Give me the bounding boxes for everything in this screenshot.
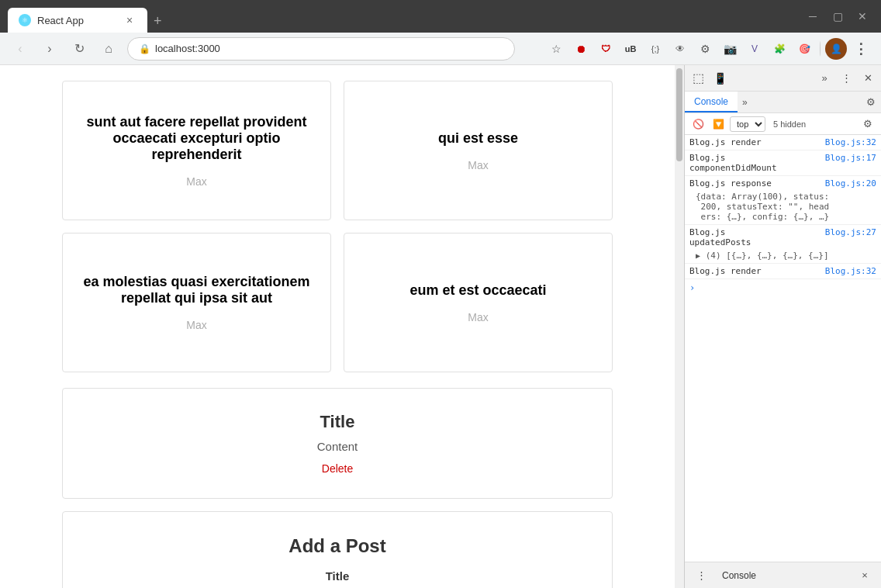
star-icon[interactable]: ☆ [545,38,567,60]
url-text: localhost:3000 [155,43,220,54]
devtools-footer: ⋮ Console × [685,562,881,588]
add-post-card: Add a Post Title [62,511,613,588]
console-tab-label: Console [694,96,728,107]
delete-button[interactable]: Delete [322,462,353,475]
console-entry-1: Blog.jscomponentDidMount Blog.js:17 [685,150,881,176]
devtools-tabs: Console » ⚙ [685,92,881,113]
console-entry-3: Blog.jsupdatedPosts Blog.js:27 ▶ (4) [{…… [685,225,881,264]
prompt-arrow: › [689,282,695,293]
post-title-0: sunt aut facere repellat provident occae… [78,114,315,163]
console-gear-button[interactable]: ⚙ [859,116,876,133]
hidden-count: 5 hidden [769,119,810,129]
devtools-settings-button[interactable]: ⚙ [861,92,881,112]
post-title-3: eum et est occaecati [409,282,546,299]
context-select[interactable]: top [730,116,765,132]
forward-button[interactable]: › [39,38,60,60]
browser-tab-bar: ⚛ React App × + ─ ▢ ✕ [0,0,881,33]
post-card-0[interactable]: sunt aut facere repellat provident occae… [62,81,331,220]
tab-close-button[interactable]: × [123,13,136,27]
tab-title: React App [37,15,116,26]
profile-avatar[interactable]: 👤 [825,38,847,60]
console-entry-4: Blog.js render Blog.js:32 [685,264,881,279]
url-bar[interactable]: 🔒 localhost:3000 [127,37,515,61]
filter-button[interactable]: 🔽 [710,116,727,133]
devtools-inspect-button[interactable]: ⬚ [688,68,708,88]
main-area: sunt aut facere repellat provident occae… [0,65,881,588]
new-tab-button[interactable]: + [147,10,168,33]
camera-icon[interactable]: 📷 [719,38,741,60]
card-content: Content [317,440,358,453]
tab-more[interactable]: » [738,92,752,112]
ext2-icon[interactable]: 🎯 [793,38,815,60]
tab-console[interactable]: Console [685,92,738,112]
devtools-panel: ⬚ 📱 » ⋮ ✕ Console » ⚙ 🚫 🔽 top 5 hidden [684,65,881,588]
post-author-0: Max [186,175,206,188]
ublock-icon[interactable]: uB [620,38,641,60]
refresh-button[interactable]: ↻ [68,38,90,60]
maximize-button[interactable]: ▢ [827,5,848,27]
post-author-1: Max [468,159,488,171]
console-text-0: Blog.js render [689,137,822,147]
console-link-4[interactable]: Blog.js:32 [825,266,876,276]
back-button[interactable]: ‹ [9,38,31,60]
post-title-1: qui est esse [438,130,518,147]
devtools-menu-button[interactable]: ⋮ [836,68,856,88]
separator [820,41,821,57]
devtools-more-button[interactable]: » [814,68,834,88]
devtools-dock-button[interactable]: ⋮ [691,566,711,586]
console-text-4: Blog.js render [689,266,822,276]
console-detail-2: {data: Array(100), status: 200, statusTe… [689,192,829,222]
record-button[interactable]: ⏺ [570,38,592,60]
post-author-2: Max [186,319,206,331]
console-entry-2: Blog.js response Blog.js:20 {data: Array… [685,176,881,225]
add-post-heading: Add a Post [288,535,385,557]
console-link-1[interactable]: Blog.js:17 [825,153,876,163]
settings-icon[interactable]: ⚙ [694,38,716,60]
devtools-close-button[interactable]: ✕ [858,68,878,88]
code-icon[interactable]: {;} [644,38,666,60]
post-card-1[interactable]: qui est esse Max [344,81,613,220]
vpn-icon[interactable]: V [744,38,765,60]
console-link-3[interactable]: Blog.js:27 [825,227,876,247]
console-text-1: Blog.jscomponentDidMount [689,153,822,173]
console-text-2: Blog.js response [689,178,825,189]
console-text-3: Blog.jsupdatedPosts [689,227,825,247]
home-button[interactable]: ⌂ [98,38,119,60]
active-tab[interactable]: ⚛ React App × [8,8,147,33]
scrollbar-thumb[interactable] [676,68,682,161]
clear-console-button[interactable]: 🚫 [689,116,707,133]
post-card-3[interactable]: eum et est occaecati Max [344,233,613,372]
console-entry-0: Blog.js render Blog.js:32 [685,135,881,150]
console-detail-3: ▶ (4) [{…}, {…}, {…}, {…}] [689,251,829,261]
full-card: Title Content Delete [62,388,613,499]
post-title-2: ea molestias quasi exercitationem repell… [78,274,315,306]
console-output: Blog.js render Blog.js:32 Blog.jscompone… [685,135,881,562]
post-card-2[interactable]: ea molestias quasi exercitationem repell… [62,233,331,372]
shield-icon[interactable]: 🛡 [595,38,617,60]
post-author-3: Max [468,311,488,323]
menu-button[interactable]: ⋮ [850,38,872,60]
address-bar: ‹ › ↻ ⌂ 🔒 localhost:3000 ☆ ⏺ 🛡 uB {;} 👁 … [0,33,881,65]
console-link-0[interactable]: Blog.js:32 [825,137,876,147]
tab-favicon: ⚛ [19,14,31,26]
devtools-toolbar: 🚫 🔽 top 5 hidden ⚙ [685,113,881,135]
card-title: Title [320,412,355,432]
console-link-2[interactable]: Blog.js:20 [825,178,876,189]
scrollbar[interactable] [675,65,684,588]
posts-grid: sunt aut facere repellat provident occae… [62,81,613,372]
minimize-button[interactable]: ─ [802,5,824,27]
ext-icon[interactable]: 🧩 [769,38,790,60]
title-label: Title [78,569,596,583]
close-window-button[interactable]: ✕ [852,5,873,27]
devtools-device-button[interactable]: 📱 [710,68,730,88]
browser-toolbar: ☆ ⏺ 🛡 uB {;} 👁 ⚙ 📷 V 🧩 🎯 👤 ⋮ [545,38,872,60]
devtools-header: ⬚ 📱 » ⋮ ✕ [685,65,881,92]
footer-close-button[interactable]: × [855,566,875,586]
footer-console-tab[interactable]: Console [716,569,762,583]
eye-icon[interactable]: 👁 [669,38,691,60]
expand-icon-3[interactable]: ▶ [696,251,700,260]
tab-bar: ⚛ React App × + [8,0,168,33]
console-prompt: › [685,279,881,296]
web-content: sunt aut facere repellat provident occae… [0,65,675,588]
lock-icon: 🔒 [139,43,150,54]
